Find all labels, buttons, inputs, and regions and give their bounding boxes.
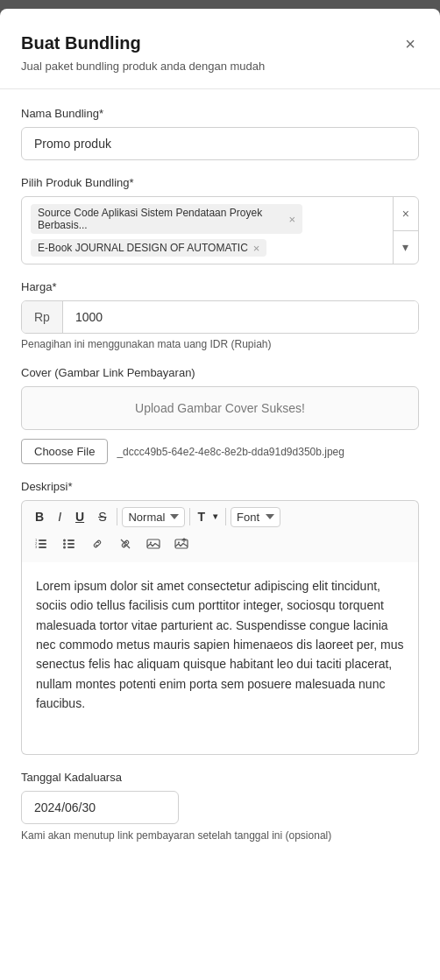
editor-toolbar: B I U S Normal T ▾ Font — [21, 500, 419, 562]
font-select[interactable]: Font — [231, 507, 280, 527]
text-color-button[interactable]: ▾ — [209, 510, 221, 524]
select-actions: × ▾ — [393, 197, 418, 264]
modal-title: Buat Bundling — [21, 33, 141, 53]
toolbar-row2: 1 2 3 — [29, 533, 411, 557]
toolbar-divider-3 — [225, 508, 226, 525]
bundle-name-input[interactable] — [21, 127, 419, 160]
unordered-list-button[interactable] — [57, 533, 82, 557]
toolbar-row1: B I U S Normal T ▾ Font — [29, 506, 411, 528]
modal-subtitle: Jual paket bundling produk anda dengan m… — [21, 60, 419, 73]
svg-rect-13 — [147, 539, 160, 548]
product-tag-2: E-Book JOURNAL DESIGN OF AUTOMATIC × — [31, 239, 266, 257]
product-tag-1-remove[interactable]: × — [288, 214, 295, 225]
ordered-list-button[interactable]: 1 2 3 — [29, 533, 53, 557]
price-label: Harga* — [21, 280, 419, 293]
format-select[interactable]: Normal — [122, 507, 185, 527]
toolbar-divider-2 — [189, 508, 190, 525]
select-clear-btn[interactable]: × — [394, 197, 418, 231]
close-button[interactable]: × — [401, 33, 419, 54]
product-select-label: Pilih Produk Bundling* — [21, 176, 419, 189]
expiry-date-hint: Kami akan menutup link pembayaran setela… — [21, 829, 419, 842]
upload-text: Upload Gambar Cover Sukses! — [135, 401, 305, 415]
svg-point-10 — [63, 546, 66, 548]
svg-rect-1 — [39, 543, 46, 545]
price-input[interactable] — [63, 301, 418, 333]
font-select-wrapper: Font — [231, 507, 280, 527]
svg-point-8 — [63, 542, 66, 545]
price-hint: Penagihan ini menggunakan mata uang IDR … — [21, 338, 419, 350]
bundle-name-field: Nama Bundling* — [21, 107, 419, 160]
product-tag-1: Source Code Aplikasi Sistem Pendataan Pr… — [31, 204, 302, 234]
cover-field: Cover (Gambar Link Pembayaran) Upload Ga… — [21, 366, 419, 464]
description-content[interactable]: Lorem ipsum dolor sit amet consectetur a… — [21, 562, 419, 755]
product-tag-1-text: Source Code Aplikasi Sistem Pendataan Pr… — [38, 207, 283, 231]
bold-button[interactable]: B — [29, 506, 50, 528]
link-button[interactable] — [85, 533, 110, 557]
description-field: Deskripsi* B I U S Normal T ▾ Font — [21, 480, 419, 755]
price-prefix: Rp — [22, 301, 63, 333]
cover-label: Cover (Gambar Link Pembayaran) — [21, 366, 419, 379]
italic-button[interactable]: I — [52, 506, 67, 528]
product-tag-2-remove[interactable]: × — [253, 243, 260, 254]
select-dropdown-btn[interactable]: ▾ — [394, 231, 418, 264]
svg-point-16 — [178, 541, 180, 543]
modal-header: Buat Bundling × — [21, 33, 419, 54]
price-input-wrapper: Rp — [21, 300, 419, 334]
svg-rect-9 — [67, 543, 75, 545]
file-name: _dccc49b5-64e2-4e8c-8e2b-dda91d9d350b.jp… — [117, 446, 344, 458]
svg-point-14 — [150, 541, 152, 543]
choose-file-button[interactable]: Choose File — [21, 439, 108, 464]
bundle-name-label: Nama Bundling* — [21, 107, 419, 120]
image-insert-button[interactable] — [141, 533, 166, 557]
text-color-label: T — [195, 508, 208, 525]
expiry-date-label: Tanggal Kadaluarsa — [21, 771, 419, 784]
file-row: Choose File _dccc49b5-64e2-4e8c-8e2b-dda… — [21, 439, 419, 464]
svg-rect-7 — [67, 539, 75, 541]
expiry-date-input[interactable] — [21, 791, 179, 824]
upload-box: Upload Gambar Cover Sukses! — [21, 386, 419, 430]
description-label: Deskripsi* — [21, 480, 419, 493]
modal-container: Buat Bundling × Jual paket bundling prod… — [0, 9, 440, 980]
toolbar-divider-1 — [117, 508, 117, 525]
svg-rect-2 — [39, 546, 46, 548]
strikethrough-button[interactable]: S — [92, 506, 112, 528]
svg-rect-0 — [39, 539, 46, 541]
underline-button[interactable]: U — [69, 506, 90, 528]
product-tag-2-text: E-Book JOURNAL DESIGN OF AUTOMATIC — [38, 242, 248, 254]
expiry-date-field: Tanggal Kadaluarsa Kami akan menutup lin… — [21, 771, 419, 842]
divider — [0, 88, 440, 89]
svg-point-6 — [63, 539, 66, 541]
unlink-button[interactable] — [113, 533, 138, 557]
svg-rect-11 — [67, 546, 75, 548]
product-multi-select[interactable]: Source Code Aplikasi Sistem Pendataan Pr… — [21, 196, 419, 264]
price-field: Harga* Rp Penagihan ini menggunakan mata… — [21, 280, 419, 350]
product-select-field: Pilih Produk Bundling* Source Code Aplik… — [21, 176, 419, 264]
svg-text:3: 3 — [35, 545, 38, 549]
image-upload-button[interactable] — [169, 533, 194, 557]
